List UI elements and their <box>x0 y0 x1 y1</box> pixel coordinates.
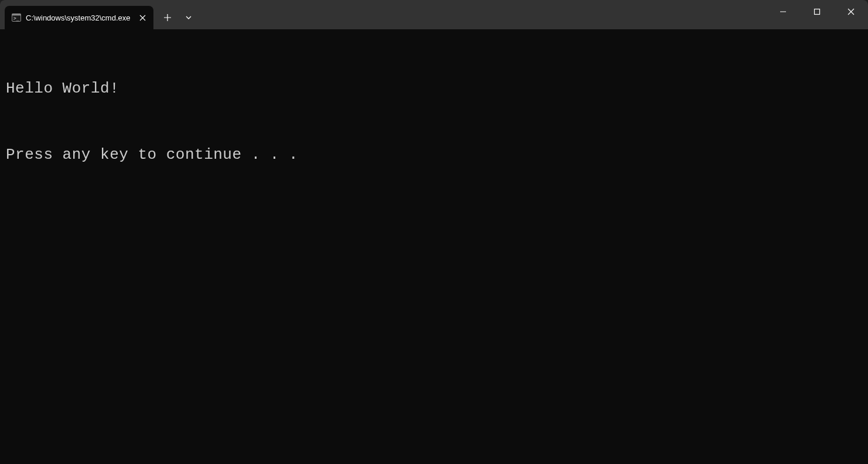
tabs-area: >_ C:\windows\system32\cmd.exe <box>0 0 766 29</box>
tab-close-button[interactable] <box>137 12 148 23</box>
window-controls <box>766 0 868 29</box>
new-tab-button[interactable] <box>157 7 178 28</box>
terminal-window: >_ C:\windows\system32\cmd.exe <box>0 0 868 464</box>
svg-text:>_: >_ <box>13 16 19 21</box>
titlebar: >_ C:\windows\system32\cmd.exe <box>0 0 868 29</box>
tab-active[interactable]: >_ C:\windows\system32\cmd.exe <box>5 6 153 29</box>
terminal-line: Hello World! <box>6 78 862 100</box>
terminal-icon: >_ <box>12 13 21 22</box>
svg-rect-3 <box>815 9 820 15</box>
terminal-output[interactable]: Hello World! Press any key to continue .… <box>0 29 868 464</box>
tab-title: C:\windows\system32\cmd.exe <box>26 13 130 22</box>
close-button[interactable] <box>834 0 868 23</box>
maximize-button[interactable] <box>800 0 834 23</box>
minimize-button[interactable] <box>766 0 800 23</box>
terminal-line: Press any key to continue . . . <box>6 144 862 166</box>
tab-dropdown-button[interactable] <box>178 7 199 28</box>
